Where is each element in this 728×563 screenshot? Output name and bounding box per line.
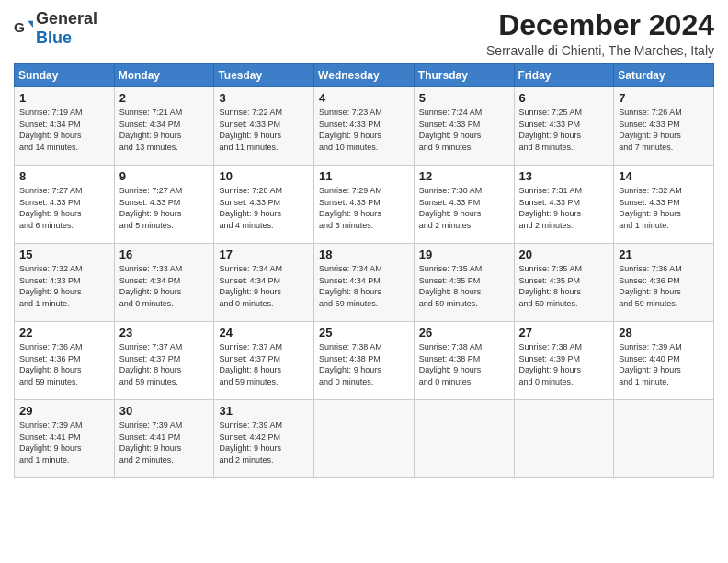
calendar-cell: 1Sunrise: 7:19 AM Sunset: 4:34 PM Daylig… bbox=[15, 87, 115, 166]
calendar-week-row: 8Sunrise: 7:27 AM Sunset: 4:33 PM Daylig… bbox=[15, 166, 714, 244]
day-number: 5 bbox=[419, 91, 509, 105]
day-number: 28 bbox=[619, 326, 709, 339]
calendar-cell bbox=[314, 400, 415, 478]
day-number: 3 bbox=[219, 91, 309, 105]
day-info: Sunrise: 7:29 AM Sunset: 4:33 PM Dayligh… bbox=[319, 185, 409, 231]
day-number: 27 bbox=[519, 326, 609, 339]
location-text: Serravalle di Chienti, The Marches, Ital… bbox=[486, 43, 714, 58]
logo-general-text: General bbox=[36, 9, 97, 28]
calendar-cell: 8Sunrise: 7:27 AM Sunset: 4:33 PM Daylig… bbox=[15, 166, 115, 244]
day-info: Sunrise: 7:37 AM Sunset: 4:37 PM Dayligh… bbox=[219, 341, 309, 387]
calendar-week-row: 15Sunrise: 7:32 AM Sunset: 4:33 PM Dayli… bbox=[15, 244, 714, 322]
calendar-cell bbox=[514, 400, 614, 478]
day-info: Sunrise: 7:28 AM Sunset: 4:33 PM Dayligh… bbox=[219, 185, 309, 231]
calendar-cell: 21Sunrise: 7:36 AM Sunset: 4:36 PM Dayli… bbox=[614, 244, 714, 322]
calendar-cell: 2Sunrise: 7:21 AM Sunset: 4:34 PM Daylig… bbox=[114, 87, 214, 166]
day-info: Sunrise: 7:32 AM Sunset: 4:33 PM Dayligh… bbox=[19, 263, 109, 309]
day-number: 1 bbox=[19, 91, 109, 105]
calendar-cell: 6Sunrise: 7:25 AM Sunset: 4:33 PM Daylig… bbox=[514, 87, 614, 166]
calendar-cell: 9Sunrise: 7:27 AM Sunset: 4:33 PM Daylig… bbox=[114, 166, 214, 244]
day-info: Sunrise: 7:35 AM Sunset: 4:35 PM Dayligh… bbox=[419, 263, 509, 309]
calendar-cell: 3Sunrise: 7:22 AM Sunset: 4:33 PM Daylig… bbox=[214, 87, 314, 166]
calendar-cell: 4Sunrise: 7:23 AM Sunset: 4:33 PM Daylig… bbox=[314, 87, 415, 166]
calendar-cell bbox=[414, 400, 514, 478]
month-title: December 2024 bbox=[486, 9, 714, 41]
day-number: 20 bbox=[519, 247, 609, 261]
day-number: 24 bbox=[219, 326, 309, 339]
calendar-cell: 24Sunrise: 7:37 AM Sunset: 4:37 PM Dayli… bbox=[214, 322, 314, 400]
day-info: Sunrise: 7:32 AM Sunset: 4:33 PM Dayligh… bbox=[619, 185, 709, 231]
day-info: Sunrise: 7:39 AM Sunset: 4:42 PM Dayligh… bbox=[219, 419, 309, 465]
calendar-cell: 11Sunrise: 7:29 AM Sunset: 4:33 PM Dayli… bbox=[314, 166, 415, 244]
day-info: Sunrise: 7:27 AM Sunset: 4:33 PM Dayligh… bbox=[119, 185, 210, 231]
day-number: 17 bbox=[219, 247, 309, 261]
day-info: Sunrise: 7:36 AM Sunset: 4:36 PM Dayligh… bbox=[19, 341, 109, 387]
day-info: Sunrise: 7:36 AM Sunset: 4:36 PM Dayligh… bbox=[619, 263, 709, 309]
day-info: Sunrise: 7:38 AM Sunset: 4:39 PM Dayligh… bbox=[519, 341, 609, 387]
day-number: 18 bbox=[319, 247, 409, 261]
day-number: 26 bbox=[419, 326, 509, 339]
day-number: 8 bbox=[19, 169, 109, 183]
calendar-cell: 16Sunrise: 7:33 AM Sunset: 4:34 PM Dayli… bbox=[114, 244, 214, 322]
day-info: Sunrise: 7:38 AM Sunset: 4:38 PM Dayligh… bbox=[419, 341, 509, 387]
day-info: Sunrise: 7:26 AM Sunset: 4:33 PM Dayligh… bbox=[619, 107, 709, 153]
day-number: 23 bbox=[119, 326, 210, 339]
day-number: 10 bbox=[219, 169, 309, 183]
day-info: Sunrise: 7:24 AM Sunset: 4:33 PM Dayligh… bbox=[419, 107, 509, 153]
calendar-cell: 15Sunrise: 7:32 AM Sunset: 4:33 PM Dayli… bbox=[15, 244, 115, 322]
day-info: Sunrise: 7:35 AM Sunset: 4:35 PM Dayligh… bbox=[519, 263, 609, 309]
calendar-table: SundayMondayTuesdayWednesdayThursdayFrid… bbox=[14, 63, 714, 478]
day-number: 11 bbox=[319, 169, 409, 183]
calendar-cell: 17Sunrise: 7:34 AM Sunset: 4:34 PM Dayli… bbox=[214, 244, 314, 322]
day-info: Sunrise: 7:34 AM Sunset: 4:34 PM Dayligh… bbox=[319, 263, 409, 309]
day-number: 13 bbox=[519, 169, 609, 183]
day-number: 15 bbox=[19, 247, 109, 261]
calendar-cell: 12Sunrise: 7:30 AM Sunset: 4:33 PM Dayli… bbox=[414, 166, 514, 244]
calendar-header: SundayMondayTuesdayWednesdayThursdayFrid… bbox=[15, 64, 714, 87]
logo: G General Blue bbox=[14, 9, 97, 48]
calendar-cell: 18Sunrise: 7:34 AM Sunset: 4:34 PM Dayli… bbox=[314, 244, 415, 322]
day-number: 25 bbox=[319, 326, 409, 339]
calendar-day-header: Tuesday bbox=[214, 64, 314, 87]
day-number: 29 bbox=[19, 404, 109, 418]
calendar-cell: 13Sunrise: 7:31 AM Sunset: 4:33 PM Dayli… bbox=[514, 166, 614, 244]
day-info: Sunrise: 7:33 AM Sunset: 4:34 PM Dayligh… bbox=[119, 263, 210, 309]
calendar-day-header: Saturday bbox=[614, 64, 714, 87]
day-number: 12 bbox=[419, 169, 509, 183]
day-number: 19 bbox=[419, 247, 509, 261]
page-header: G General Blue December 2024 Serravalle … bbox=[14, 9, 714, 58]
day-info: Sunrise: 7:27 AM Sunset: 4:33 PM Dayligh… bbox=[19, 185, 109, 231]
day-info: Sunrise: 7:39 AM Sunset: 4:41 PM Dayligh… bbox=[119, 419, 210, 465]
day-number: 31 bbox=[219, 404, 309, 418]
calendar-cell: 10Sunrise: 7:28 AM Sunset: 4:33 PM Dayli… bbox=[214, 166, 314, 244]
day-number: 21 bbox=[619, 247, 709, 261]
svg-text:G: G bbox=[14, 19, 25, 35]
calendar-week-row: 29Sunrise: 7:39 AM Sunset: 4:41 PM Dayli… bbox=[15, 400, 714, 478]
logo-blue-text: Blue bbox=[36, 29, 72, 47]
calendar-cell: 25Sunrise: 7:38 AM Sunset: 4:38 PM Dayli… bbox=[314, 322, 415, 400]
calendar-cell: 27Sunrise: 7:38 AM Sunset: 4:39 PM Dayli… bbox=[514, 322, 614, 400]
day-number: 22 bbox=[19, 326, 109, 339]
day-number: 2 bbox=[119, 91, 210, 105]
day-info: Sunrise: 7:19 AM Sunset: 4:34 PM Dayligh… bbox=[19, 107, 109, 153]
day-info: Sunrise: 7:22 AM Sunset: 4:33 PM Dayligh… bbox=[219, 107, 309, 153]
day-info: Sunrise: 7:37 AM Sunset: 4:37 PM Dayligh… bbox=[119, 341, 210, 387]
calendar-cell bbox=[614, 400, 714, 478]
day-number: 7 bbox=[619, 91, 709, 105]
calendar-week-row: 1Sunrise: 7:19 AM Sunset: 4:34 PM Daylig… bbox=[15, 87, 714, 166]
calendar-cell: 28Sunrise: 7:39 AM Sunset: 4:40 PM Dayli… bbox=[614, 322, 714, 400]
calendar-cell: 7Sunrise: 7:26 AM Sunset: 4:33 PM Daylig… bbox=[614, 87, 714, 166]
calendar-cell: 14Sunrise: 7:32 AM Sunset: 4:33 PM Dayli… bbox=[614, 166, 714, 244]
day-number: 9 bbox=[119, 169, 210, 183]
calendar-day-header: Friday bbox=[514, 64, 614, 87]
day-number: 30 bbox=[119, 404, 210, 418]
day-number: 4 bbox=[319, 91, 409, 105]
calendar-cell: 29Sunrise: 7:39 AM Sunset: 4:41 PM Dayli… bbox=[15, 400, 115, 478]
day-info: Sunrise: 7:23 AM Sunset: 4:33 PM Dayligh… bbox=[319, 107, 409, 153]
day-number: 14 bbox=[619, 169, 709, 183]
day-info: Sunrise: 7:30 AM Sunset: 4:33 PM Dayligh… bbox=[419, 185, 509, 231]
day-info: Sunrise: 7:38 AM Sunset: 4:38 PM Dayligh… bbox=[319, 341, 409, 387]
calendar-cell: 19Sunrise: 7:35 AM Sunset: 4:35 PM Dayli… bbox=[414, 244, 514, 322]
svg-marker-1 bbox=[28, 21, 33, 28]
calendar-cell: 20Sunrise: 7:35 AM Sunset: 4:35 PM Dayli… bbox=[514, 244, 614, 322]
